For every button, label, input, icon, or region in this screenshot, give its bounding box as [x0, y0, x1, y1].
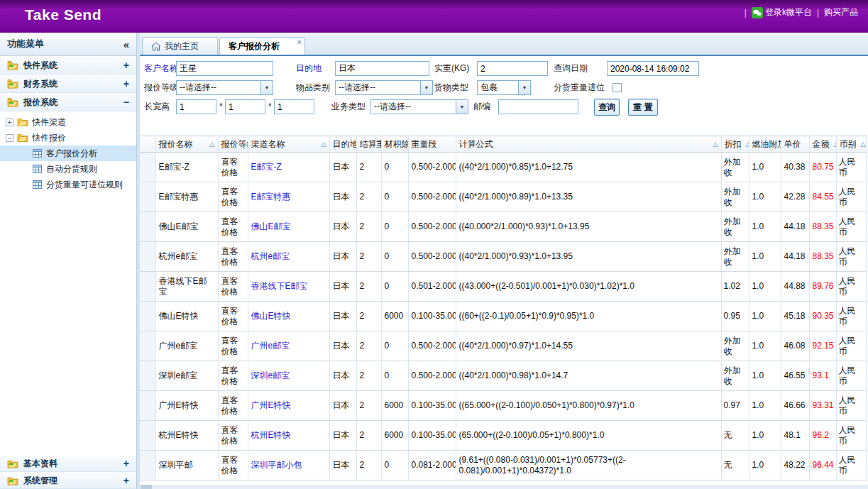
weight-range-cell: 0.081-2.000: [408, 451, 456, 480]
header-fuel-surcharge[interactable]: 燃油附加△: [749, 136, 781, 153]
header-settle-weight[interactable]: 结算重量△: [356, 136, 381, 153]
scrollbar-thumb[interactable]: [141, 485, 152, 489]
sidebar-group-item[interactable]: 报价系统 −: [0, 93, 136, 111]
channel-link[interactable]: 香港线下E邮宝: [251, 281, 308, 291]
settle-weight-cell: 2: [356, 212, 381, 242]
expand-toggle-icon[interactable]: +: [123, 78, 129, 89]
query-date-input[interactable]: [607, 61, 699, 76]
header-quote-name[interactable]: 报价名称△: [155, 136, 218, 153]
chevron-down-icon[interactable]: ▼: [420, 81, 432, 94]
channel-link[interactable]: E邮宝特惠: [251, 192, 291, 202]
tree-expander-icon[interactable]: +: [6, 119, 13, 126]
cargo-type-select[interactable]: 包裹 ▼: [477, 80, 531, 95]
header-formula[interactable]: 计算公式△: [456, 136, 721, 153]
tree-leaf-item[interactable]: 客户报价分析: [0, 145, 136, 161]
header-amount[interactable]: 金额△: [809, 136, 836, 153]
business-type-select[interactable]: --请选择-- ▼: [370, 99, 468, 114]
customer-name-input[interactable]: [176, 61, 273, 76]
tree-children: 客户报价分析 自动分货规则 分货重量可进位规则: [0, 145, 136, 192]
header-quote-grade[interactable]: 报价等级△: [218, 136, 248, 153]
tree-leaf-item[interactable]: 分货重量可进位规则: [0, 177, 136, 192]
formula-cell: ((40*2/1.000)*0.93)*1.0+13.95: [456, 242, 721, 272]
chevron-down-icon[interactable]: ▼: [518, 81, 530, 94]
sort-icon[interactable]: △: [857, 141, 866, 148]
login-kwei-link[interactable]: 登录k微平台: [752, 6, 812, 18]
expand-toggle-icon[interactable]: −: [123, 97, 129, 108]
chevron-down-icon[interactable]: ▼: [260, 81, 273, 94]
tree-item-express-quote[interactable]: − 快件报价: [0, 130, 136, 145]
length-input[interactable]: [176, 99, 216, 114]
header-volume-divisor[interactable]: 材积除数△: [381, 136, 408, 153]
sidebar-group-item[interactable]: 快件系统 +: [0, 56, 136, 75]
height-input[interactable]: [274, 99, 314, 114]
reset-button[interactable]: 重 置: [628, 99, 658, 116]
channel-link[interactable]: E邮宝-Z: [251, 162, 282, 172]
width-input[interactable]: [225, 99, 265, 114]
tab-label: 客户报价分析: [229, 40, 280, 53]
sort-icon[interactable]: △: [709, 141, 718, 148]
currency-cell: 人民币: [836, 451, 866, 480]
channel-link[interactable]: 杭州e邮宝: [251, 251, 290, 261]
tab-customer-quote-analysis[interactable]: 客户报价分析 ×: [219, 37, 305, 55]
formula-cell: ((40*2/1.000)*0.98)*1.0+14.7: [456, 361, 721, 391]
item-type-select[interactable]: --请选择-- ▼: [335, 80, 433, 95]
table-row: 深圳平邮 直客价格 深圳平邮小包 日本 2 0 0.081-2.000 (9.6…: [140, 451, 866, 480]
header-channel-name[interactable]: 渠道名称△: [248, 136, 329, 153]
sidebar-group-item[interactable]: 财务系统 +: [0, 75, 136, 93]
sort-icon[interactable]: △: [742, 141, 749, 148]
header-unit-price[interactable]: 单价: [781, 136, 809, 153]
discount-cell: 外加收: [721, 361, 749, 391]
channel-link[interactable]: 深圳e邮宝: [251, 370, 290, 380]
tree-leaf-label: 客户报价分析: [46, 148, 97, 160]
weight-rounding-checkbox[interactable]: [612, 83, 622, 92]
collapse-sidebar-icon[interactable]: «: [123, 38, 129, 50]
quote-name-cell: 杭州e邮宝: [155, 242, 218, 272]
sidebar-title: 功能菜单: [7, 38, 44, 50]
customer-name-label: 客户名称: [144, 61, 178, 76]
folder-icon: [17, 133, 28, 143]
horizontal-scrollbar[interactable]: [140, 485, 868, 489]
formula-cell: ((43.000+((2-0.501)/0.001+1)*0.030)*1.02…: [456, 272, 721, 302]
query-button[interactable]: 查询: [594, 99, 620, 116]
quote-grade-select[interactable]: --请选择-- ▼: [176, 80, 273, 95]
topbar-links: | 登录k微平台 | 购买产品: [745, 6, 858, 18]
tree-expander-icon[interactable]: −: [6, 134, 13, 142]
quote-name-cell: 杭州E特快: [155, 421, 218, 451]
close-tab-icon[interactable]: ×: [297, 38, 302, 46]
chevron-down-icon[interactable]: ▼: [456, 100, 468, 114]
header-currency[interactable]: 币别△: [836, 136, 866, 153]
channel-link[interactable]: 深圳平邮小包: [251, 460, 302, 470]
channel-link[interactable]: 广州e邮宝: [251, 341, 290, 351]
settle-weight-cell: 2: [356, 361, 381, 391]
expand-toggle-icon[interactable]: +: [123, 60, 129, 71]
tab-bar: 我的主页 客户报价分析 ×: [140, 33, 868, 56]
tree-leaf-item[interactable]: 自动分货规则: [0, 161, 136, 177]
discount-cell: 1.02: [721, 272, 749, 302]
sidebar-tree: + 快件渠道 − 快件报价 客户报价分析: [0, 111, 136, 192]
channel-link[interactable]: 广州E特快: [251, 400, 291, 410]
destination-input[interactable]: [335, 61, 429, 76]
postcode-input[interactable]: [498, 99, 578, 114]
sort-icon[interactable]: △: [830, 141, 837, 148]
buy-product-link[interactable]: 购买产品: [824, 6, 858, 18]
tab-my-homepage[interactable]: 我的主页: [142, 37, 218, 55]
channel-link[interactable]: 杭州E特快: [251, 430, 291, 440]
separator: |: [817, 8, 819, 18]
header-weight-range[interactable]: 重量段: [408, 136, 456, 153]
expand-toggle-icon[interactable]: +: [123, 475, 129, 486]
sort-icon[interactable]: △: [317, 141, 326, 148]
tree-item-express-channel[interactable]: + 快件渠道: [0, 114, 136, 130]
sort-icon[interactable]: △: [206, 141, 215, 148]
weight-range-cell: 0.500-2.000: [408, 182, 456, 212]
channel-link[interactable]: 佛山E邮宝: [251, 221, 291, 231]
header-discount[interactable]: 折扣△: [721, 136, 749, 153]
sidebar-group-item[interactable]: 系统管理 +: [0, 472, 136, 489]
quote-grade-cell: 直客价格: [218, 302, 248, 331]
quote-name-cell: 广州E特快: [155, 391, 218, 421]
channel-link[interactable]: 佛山E特快: [251, 311, 291, 321]
expand-toggle-icon[interactable]: +: [123, 458, 129, 469]
header-destination[interactable]: 目的地△: [329, 136, 356, 153]
sidebar-group-item[interactable]: 基本资料 +: [0, 455, 136, 472]
formula-cell: ((40.000*2/1.000)*0.93)*1.0+13.95: [456, 212, 721, 242]
weight-input[interactable]: [477, 61, 548, 76]
